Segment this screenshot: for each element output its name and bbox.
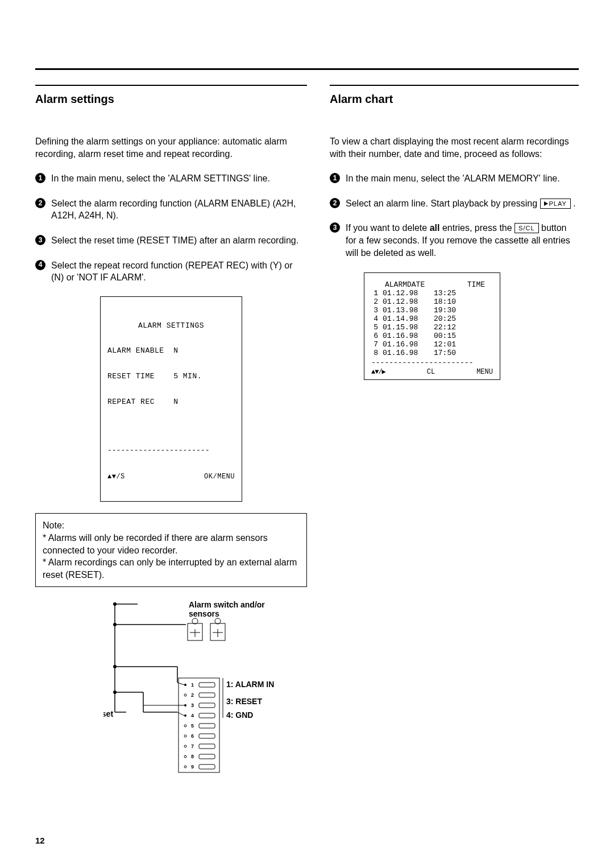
osd-footer-right: OK/MENU (204, 473, 235, 481)
svg-point-41 (184, 745, 186, 747)
left-step-4: 4 Select the repeat record function (REP… (35, 259, 307, 284)
left-step-4-text: Select the repeat record function (REPEA… (51, 259, 307, 284)
page-number: 12 (35, 836, 45, 845)
alarm-row: 701.16.9812:01 (371, 341, 493, 349)
svg-rect-25 (199, 683, 215, 687)
step-bullet-4: 4 (35, 260, 45, 270)
alarm-row: 201.12.9818:10 (371, 298, 493, 307)
osd-alarm-chart: ALARMDATE TIME 101.12.9813:25201.12.9818… (364, 272, 500, 380)
left-intro: Defining the alarm settings on your appl… (35, 135, 307, 160)
diagram-right-label-2: 3: RESET (226, 697, 262, 706)
osd2-head-left: ALARMDATE (385, 281, 425, 290)
left-step-3: 3 Select the reset time (RESET TIME) aft… (35, 234, 307, 247)
right-step-2: 2 Select an alarm line. Start playback b… (330, 197, 579, 210)
alarm-row: 401.14.9820:25 (371, 315, 493, 324)
scl-key: S/CL (515, 223, 538, 233)
osd2-footer-left: ▲▼/▶ (371, 369, 385, 377)
alarm-row: 501.15.9822:12 (371, 324, 493, 332)
play-icon (544, 201, 548, 206)
svg-rect-40 (199, 734, 215, 738)
step-bullet-r1: 1 (330, 173, 340, 183)
right-intro: To view a chart displaying the most rece… (330, 135, 579, 160)
right-step-2-text: Select an alarm line. Start playback by … (346, 197, 579, 210)
osd2-footer-right: MENU (476, 369, 493, 377)
right-step-2a: Select an alarm line. Start playback by … (346, 199, 540, 208)
note-heading: Note: (43, 519, 300, 532)
svg-point-23 (184, 684, 186, 686)
osd-alarm-settings: ALARM SETTINGS ALARM ENABLE N RESET TIME… (100, 296, 242, 502)
step-bullet-3: 3 (35, 235, 45, 245)
svg-point-44 (184, 755, 186, 758)
diagram-top-label-2: sensors (189, 609, 219, 618)
svg-text:5: 5 (191, 723, 194, 729)
osd-line-3: REPEAT REC N (107, 398, 235, 407)
osd2-rows: 101.12.9813:25201.12.9818:10301.13.9819:… (371, 290, 493, 358)
connector-pins: 1 2 3 4 5 6 7 8 9 (184, 682, 215, 770)
step-bullet-r3: 3 (330, 222, 340, 233)
osd-divider: ----------------------- (107, 447, 235, 455)
svg-text:1: 1 (191, 682, 194, 688)
alarm-row: 601.16.9800:15 (371, 332, 493, 341)
svg-text:9: 9 (191, 764, 194, 770)
step-bullet-r2: 2 (330, 198, 340, 208)
svg-text:4: 4 (191, 713, 194, 718)
svg-rect-37 (199, 724, 215, 728)
note-box: Note: * Alarms will only be recorded if … (35, 513, 307, 587)
svg-point-47 (184, 766, 186, 768)
osd2-head-right: TIME (467, 281, 485, 290)
step-bullet-2: 2 (35, 198, 45, 208)
svg-rect-49 (199, 764, 215, 769)
right-heading-rule (330, 85, 579, 86)
osd2-divider: ----------------------- (371, 359, 493, 367)
left-step-2-text: Select the alarm recording function (ALA… (51, 197, 307, 222)
svg-text:3: 3 (191, 702, 194, 708)
svg-text:2: 2 (191, 692, 194, 698)
note-line-2: * Alarm recordings can only be interrupt… (43, 556, 300, 581)
svg-point-4 (113, 623, 117, 626)
right-step-3b: entries, press the (439, 223, 515, 233)
right-step-1-text: In the main menu, select the 'ALARM MEMO… (346, 172, 579, 185)
left-heading: Alarm settings (35, 93, 307, 106)
svg-point-38 (184, 735, 186, 737)
right-step-3: 3 If you want to delete all entries, pre… (330, 222, 579, 259)
svg-point-32 (184, 714, 186, 717)
right-step-3-text: If you want to delete all entries, press… (346, 222, 579, 259)
svg-text:7: 7 (191, 743, 194, 749)
alarm-connector-diagram: Alarm switch and/or sensors (103, 598, 308, 780)
diagram-left-label-2: Alarm reset (103, 709, 113, 718)
left-step-1: 1 In the main menu, select the 'ALARM SE… (35, 172, 307, 185)
diagram-right-label-3: 4: GND (226, 710, 253, 720)
alarm-row: 101.12.9813:25 (371, 290, 493, 298)
play-key: PLAY (540, 199, 571, 209)
alarm-row: 301.13.9819:30 (371, 307, 493, 315)
right-heading: Alarm chart (330, 93, 579, 106)
left-column: Alarm settings Defining the alarm settin… (35, 85, 307, 780)
svg-rect-31 (199, 703, 215, 708)
diagram-top-label-1: Alarm switch and/or (189, 600, 265, 609)
left-heading-rule (35, 85, 307, 86)
svg-text:8: 8 (191, 754, 194, 759)
left-step-3-text: Select the reset time (RESET TIME) after… (51, 234, 307, 247)
svg-point-3 (113, 602, 117, 606)
osd-line-1: ALARM ENABLE N (107, 347, 235, 356)
svg-text:6: 6 (191, 733, 194, 739)
right-step-3-bold: all (430, 223, 440, 233)
svg-rect-43 (199, 744, 215, 749)
svg-rect-34 (199, 713, 215, 718)
right-step-1: 1 In the main menu, select the 'ALARM ME… (330, 172, 579, 185)
sensor-icon-2 (210, 618, 225, 640)
left-step-1-text: In the main menu, select the 'ALARM SETT… (51, 172, 307, 185)
svg-point-35 (184, 725, 186, 727)
osd2-footer-mid: CL (427, 369, 435, 377)
sensor-icon-1 (188, 618, 202, 640)
right-step-3a: If you want to delete (346, 223, 430, 233)
svg-point-26 (184, 694, 186, 696)
right-step-2b: . (571, 199, 576, 208)
osd-footer-left: ▲▼/S (107, 473, 125, 481)
svg-rect-28 (199, 693, 215, 697)
osd-line-2: RESET TIME 5 MIN. (107, 373, 235, 381)
alarm-row: 801.16.9817:50 (371, 349, 493, 358)
right-column: Alarm chart To view a chart displaying t… (330, 85, 579, 780)
osd-title: ALARM SETTINGS (107, 322, 235, 330)
step-bullet-1: 1 (35, 173, 45, 183)
